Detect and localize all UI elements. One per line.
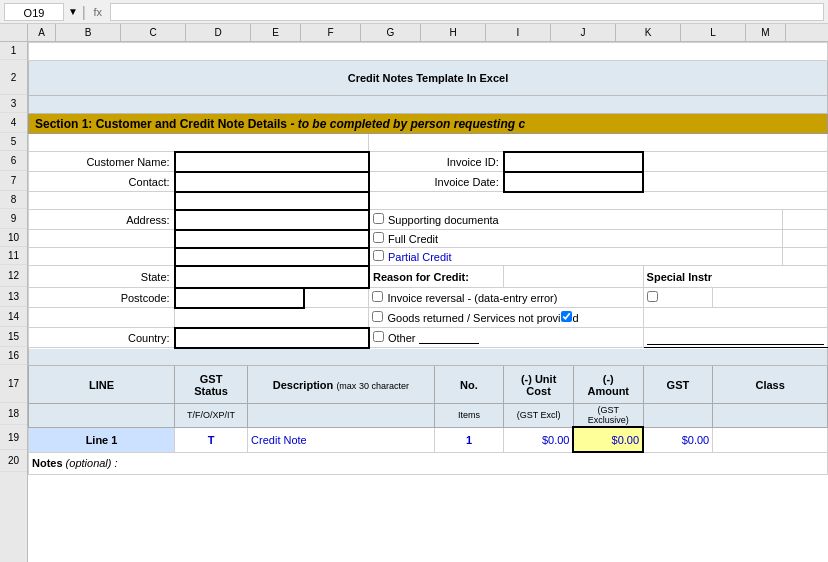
- other-label: Other: [388, 332, 416, 344]
- line1-no[interactable]: 1: [434, 427, 504, 452]
- invoice-date-input[interactable]: [504, 172, 643, 192]
- col-header-b: B: [56, 24, 121, 41]
- other-checkbox[interactable]: [373, 331, 384, 342]
- row-6: Customer Name: Invoice ID:: [29, 152, 828, 172]
- contact-input[interactable]: [175, 172, 369, 192]
- tf-label: T/F/O/XP/IT: [175, 404, 248, 428]
- partial-credit-cell: Partial Credit: [369, 248, 782, 266]
- notes-cell: Notes (optional) :: [29, 452, 828, 474]
- row-3: [29, 96, 828, 114]
- col-header-e: E: [251, 24, 301, 41]
- row-num-9: 9: [0, 209, 27, 229]
- supporting-docs-cell: Supporting documenta: [369, 210, 782, 230]
- line1-gst[interactable]: T: [175, 427, 248, 452]
- row13-checkbox2: [643, 288, 713, 308]
- row-13: Postcode: Invoice reversal - (data-entry…: [29, 288, 828, 308]
- postcode-input[interactable]: [175, 288, 304, 308]
- column-headers: A B C D E F G H I J K L M: [0, 24, 828, 42]
- dropdown-icon[interactable]: ▼: [68, 6, 78, 17]
- col-header-k: K: [616, 24, 681, 41]
- col-header-a: A: [28, 24, 56, 41]
- country-input[interactable]: [175, 328, 369, 348]
- invoice-id-input[interactable]: [504, 152, 643, 172]
- formula-bar: O19 ▼ | fx: [0, 0, 828, 24]
- goods-returned-checkbox[interactable]: [372, 311, 383, 322]
- reason-input[interactable]: [504, 266, 643, 288]
- supporting-docs-checkbox[interactable]: [373, 213, 384, 224]
- goods-returned-checkbox2[interactable]: [561, 311, 572, 322]
- other-cell: Other: [369, 328, 643, 348]
- line1-gst-val[interactable]: $0.00: [643, 427, 713, 452]
- gst-excl-line2: Exclusive): [577, 415, 640, 425]
- row-num-6: 6: [0, 151, 27, 171]
- gst-excl-label: (GST Excl): [504, 404, 574, 428]
- invoice-reversal-checkbox2[interactable]: [647, 291, 658, 302]
- state-input[interactable]: [175, 266, 369, 288]
- row11-right: [782, 248, 827, 266]
- items-label: Items: [434, 404, 504, 428]
- row14-mid: [175, 308, 369, 328]
- row18-left: [29, 404, 175, 428]
- row-num-13: 13: [0, 287, 27, 307]
- description-sublabel: (max 30 character: [336, 381, 409, 391]
- unit-cost-header: (-) Unit Cost: [504, 366, 574, 404]
- row-17: LINE GST Status Description (max 30 char…: [29, 366, 828, 404]
- formula-input[interactable]: [110, 3, 824, 21]
- address-input3[interactable]: [175, 248, 369, 266]
- line1-amount[interactable]: $0.00: [573, 427, 643, 452]
- row-20: Notes (optional) :: [29, 452, 828, 474]
- gst-status-header: GST Status: [175, 366, 248, 404]
- line1-desc[interactable]: Credit Note: [248, 427, 435, 452]
- section-header-cell: Section 1: Customer and Credit Note Deta…: [29, 114, 828, 134]
- invoice-reversal-checkbox[interactable]: [372, 291, 383, 302]
- formula-separator: |: [82, 4, 86, 20]
- row-num-14: 14: [0, 307, 27, 327]
- invoice-reversal-cell: Invoice reversal - (data-entry error): [369, 288, 643, 308]
- line1-num: Line 1: [29, 427, 175, 452]
- section1-italic: - to be completed by person requesting c: [287, 117, 525, 131]
- supporting-docs-label: Supporting documenta: [388, 214, 499, 226]
- partial-credit-checkbox[interactable]: [373, 250, 384, 261]
- customer-name-input[interactable]: [175, 152, 369, 172]
- other-input-line[interactable]: [419, 343, 479, 344]
- row-num-20: 20: [0, 450, 27, 472]
- grid-area: 1 2 3 4 5 6 7 8 9 10 11 12 13 14 15 16 1…: [0, 42, 828, 562]
- col-header-j: J: [551, 24, 616, 41]
- reason-for-credit-label: Reason for Credit:: [369, 266, 504, 288]
- invoice-id-label: Invoice ID:: [369, 152, 504, 172]
- spreadsheet-table: Credit Notes Template In Excel Section 1…: [28, 42, 828, 475]
- address-input2[interactable]: [175, 230, 369, 248]
- partial-credit-label: Partial Credit: [388, 251, 452, 263]
- row-num-5: 5: [0, 133, 27, 151]
- customer-name-label: Customer Name:: [29, 152, 175, 172]
- full-credit-checkbox[interactable]: [373, 232, 384, 243]
- no-header: No.: [434, 366, 504, 404]
- gst-header: GST: [643, 366, 713, 404]
- row13-e: [304, 288, 369, 308]
- gst-excl-line1: (GST: [577, 405, 640, 415]
- row-10: Full Credit: [29, 230, 828, 248]
- address-input-top[interactable]: [175, 192, 369, 210]
- cell-reference[interactable]: O19: [4, 3, 64, 21]
- line1-class[interactable]: [713, 427, 828, 452]
- row14-right: [643, 308, 827, 328]
- row-4: Section 1: Customer and Credit Note Deta…: [29, 114, 828, 134]
- state-label: State:: [29, 266, 175, 288]
- col-header-l: L: [681, 24, 746, 41]
- section1-label: Section 1: Customer and Credit Note Deta…: [35, 117, 287, 131]
- row5-left: [29, 134, 369, 152]
- gst-status-label: GST: [178, 373, 244, 385]
- address-input[interactable]: [175, 210, 369, 230]
- amount-line1: (-): [577, 373, 640, 385]
- row-num-17: 17: [0, 365, 27, 403]
- row1-empty: [29, 43, 828, 61]
- row-7: Contact: Invoice Date:: [29, 172, 828, 192]
- row-num-15: 15: [0, 327, 27, 347]
- amount-line2: Amount: [577, 385, 640, 397]
- description-label: Description: [273, 379, 334, 391]
- row-14: Goods returned / Services not provid: [29, 308, 828, 328]
- col-header-i: I: [486, 24, 551, 41]
- invoice-date-label: Invoice Date:: [369, 172, 504, 192]
- line1-unit-cost[interactable]: $0.00: [504, 427, 574, 452]
- row-num-2: 2: [0, 60, 27, 95]
